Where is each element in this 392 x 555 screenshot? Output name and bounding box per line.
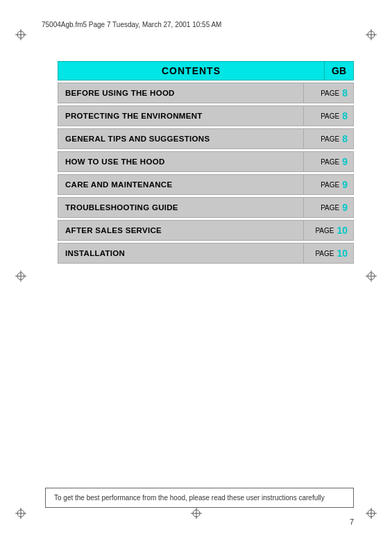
- toc-row: AFTER SALES SERVICEPAGE10: [58, 220, 354, 241]
- header-bar: 75004Agb.fm5 Page 7 Tuesday, March 27, 2…: [42, 21, 364, 28]
- page-num: 9: [342, 156, 348, 167]
- reg-mark-top-left: [15, 29, 26, 40]
- toc-row-page: PAGE9: [303, 152, 353, 171]
- page: 75004Agb.fm5 Page 7 Tuesday, March 27, 2…: [0, 0, 392, 555]
- page-num: 8: [342, 110, 348, 121]
- toc-row-label: AFTER SALES SERVICE: [58, 221, 303, 240]
- toc-row-page: PAGE8: [303, 106, 353, 126]
- toc-row: HOW TO USE THE HOODPAGE9: [58, 151, 354, 172]
- page-word: PAGE: [321, 89, 339, 97]
- contents-title: CONTENTS: [58, 61, 325, 80]
- content-area: CONTENTS GB BEFORE USING THE HOODPAGE8PR…: [58, 61, 354, 266]
- page-word: PAGE: [321, 112, 339, 120]
- page-num: 8: [342, 133, 348, 144]
- page-num: 9: [342, 202, 348, 213]
- page-word: PAGE: [321, 158, 339, 166]
- toc-row-label: HOW TO USE THE HOOD: [58, 152, 303, 171]
- toc-row: BEFORE USING THE HOODPAGE8: [58, 83, 354, 103]
- reg-mark-top-right: [366, 29, 377, 40]
- toc-row-label: INSTALLATION: [58, 244, 303, 263]
- toc-row-label: PROTECTING THE ENVIRONMENT: [58, 106, 303, 126]
- page-num: 9: [342, 179, 348, 190]
- toc-row-label: TROUBLESHOOTING GUIDE: [58, 198, 303, 217]
- page-word: PAGE: [321, 204, 339, 212]
- toc-row: TROUBLESHOOTING GUIDEPAGE9: [58, 197, 354, 218]
- toc-row-page: PAGE10: [303, 221, 353, 240]
- contents-gb-label: GB: [325, 61, 354, 80]
- toc-row-label: BEFORE USING THE HOOD: [58, 83, 303, 103]
- header-filename: 75004Agb.fm5 Page 7 Tuesday, March 27, 2…: [42, 21, 221, 28]
- page-word: PAGE: [321, 135, 339, 143]
- toc-row-label: GENERAL TIPS AND SUGGESTIONS: [58, 129, 303, 148]
- page-num: 10: [336, 248, 348, 259]
- page-word: PAGE: [315, 227, 334, 234]
- toc-row-page: PAGE8: [303, 129, 353, 148]
- toc-row: GENERAL TIPS AND SUGGESTIONSPAGE8: [58, 128, 354, 149]
- contents-title-row: CONTENTS GB: [58, 61, 354, 80]
- toc-row-page: PAGE8: [303, 83, 353, 103]
- reg-mark-bottom-left: [15, 508, 26, 519]
- bottom-note: To get the best performance from the hoo…: [45, 488, 354, 508]
- toc-row: INSTALLATIONPAGE10: [58, 243, 354, 264]
- toc-row-page: PAGE9: [303, 175, 353, 194]
- toc-row: PROTECTING THE ENVIRONMENTPAGE8: [58, 105, 354, 126]
- reg-mark-bottom-mid: [191, 508, 202, 519]
- toc-row: CARE AND MAINTENANCEPAGE9: [58, 174, 354, 195]
- reg-mark-bottom-right: [366, 508, 377, 519]
- page-word: PAGE: [321, 181, 339, 189]
- toc-row-label: CARE AND MAINTENANCE: [58, 175, 303, 194]
- toc-row-page: PAGE9: [303, 198, 353, 217]
- reg-mark-mid-left: [15, 271, 26, 282]
- page-word: PAGE: [315, 250, 334, 257]
- toc-container: BEFORE USING THE HOODPAGE8PROTECTING THE…: [58, 83, 354, 266]
- toc-row-page: PAGE10: [303, 244, 353, 263]
- page-num: 10: [336, 225, 348, 236]
- page-number: 7: [350, 518, 354, 526]
- reg-mark-mid-right: [366, 271, 377, 282]
- page-num: 8: [342, 87, 348, 99]
